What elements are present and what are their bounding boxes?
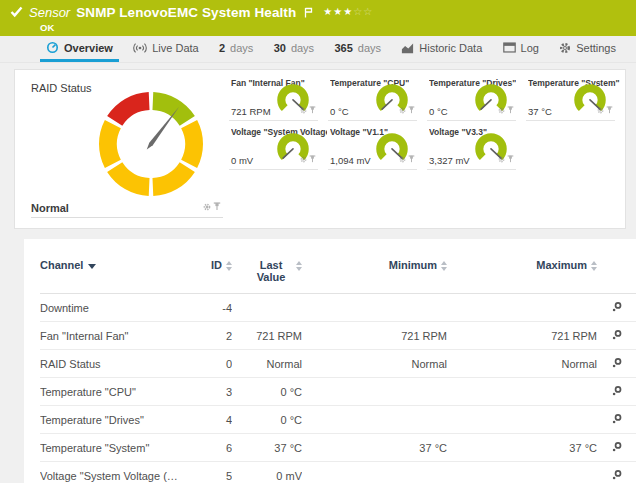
gauge-value: 0 °C xyxy=(330,106,349,117)
tab-365-days[interactable]: 365 days xyxy=(328,36,387,62)
cell-actions xyxy=(597,294,636,322)
object-kind-label: Sensor xyxy=(29,5,70,20)
cell-last-value: 721 RPM xyxy=(232,322,302,350)
table-row[interactable]: Fan "Internal Fan" 2 721 RPM 721 RPM 721… xyxy=(40,322,636,350)
table-header-row: Channel ID Last Value Minimum Maximum xyxy=(40,245,636,294)
channel-settings-icon[interactable] xyxy=(611,413,623,427)
rating-stars[interactable]: ★★★☆☆ xyxy=(323,7,373,17)
channel-gauges-grid: Fan "Internal Fan" 721 RPM Temperature "… xyxy=(229,70,625,228)
tab-bar: Overview Live Data 2 days 30 days 365 da… xyxy=(0,36,636,63)
channel-gear-icon[interactable] xyxy=(498,100,505,118)
tab-overview[interactable]: Overview xyxy=(40,36,119,62)
sort-icon xyxy=(296,261,302,271)
column-header-last-value[interactable]: Last Value xyxy=(232,245,302,294)
tab-log[interactable]: Log xyxy=(497,36,545,62)
pin-icon[interactable] xyxy=(507,100,514,118)
cell-channel[interactable]: Temperature "System" xyxy=(40,434,190,462)
tab-30-days[interactable]: 30 days xyxy=(268,36,321,62)
gauge-tile-temp-cpu[interactable]: Temperature "CPU" 0 °C xyxy=(328,75,417,121)
sort-icon xyxy=(591,261,597,271)
column-header-minimum[interactable]: Minimum xyxy=(302,245,447,294)
channel-settings-icon[interactable] xyxy=(611,469,623,483)
tab-2-days[interactable]: 2 days xyxy=(213,36,259,62)
table-row[interactable]: Temperature "CPU" 3 0 °C xyxy=(40,378,636,406)
log-icon xyxy=(503,42,516,53)
channel-settings-icon[interactable] xyxy=(611,441,623,455)
cell-minimum xyxy=(302,378,447,406)
gauge-tile-voltage-v33[interactable]: Voltage "V3.3" 3,327 mV xyxy=(427,124,516,170)
table-row[interactable]: Temperature "System" 6 37 °C 37 °C 37 °C xyxy=(40,434,636,462)
channel-gear-icon[interactable] xyxy=(498,149,505,167)
page-title: SNMP LenovoEMC System Health xyxy=(76,5,296,20)
raid-status-title: RAID Status xyxy=(31,82,92,94)
cell-last-value xyxy=(232,294,302,322)
table-row[interactable]: Downtime -4 xyxy=(40,294,636,322)
pin-icon[interactable] xyxy=(606,100,613,118)
column-header-maximum[interactable]: Maximum xyxy=(447,245,597,294)
cell-last-value: 0 °C xyxy=(232,406,302,434)
table-row[interactable]: RAID Status 0 Normal Normal Normal xyxy=(40,350,636,378)
channel-gear-icon[interactable] xyxy=(300,100,307,118)
gauge-tile-temp-system[interactable]: Temperature "System" 37 °C xyxy=(526,75,615,121)
cell-channel[interactable]: Downtime xyxy=(40,294,190,322)
pin-icon[interactable] xyxy=(408,100,415,118)
channel-settings-icon[interactable] xyxy=(611,329,623,343)
channel-settings-icon[interactable] xyxy=(611,385,623,399)
gauge-tile-temp-drives[interactable]: Temperature "Drives" 0 °C xyxy=(427,75,516,121)
raid-status-gauge xyxy=(93,86,209,202)
cell-channel[interactable]: Fan "Internal Fan" xyxy=(40,322,190,350)
cell-actions xyxy=(597,350,636,378)
channel-gear-icon[interactable] xyxy=(399,149,406,167)
cell-last-value: Normal xyxy=(232,350,302,378)
cell-maximum: 37 °C xyxy=(447,434,597,462)
channel-gear-icon[interactable] xyxy=(203,197,211,215)
pin-icon[interactable] xyxy=(309,149,316,167)
column-header-actions xyxy=(597,245,636,294)
cell-channel[interactable]: Temperature "Drives" xyxy=(40,406,190,434)
sort-icon xyxy=(226,261,232,271)
column-header-id[interactable]: ID xyxy=(190,245,232,294)
tab-settings[interactable]: Settings xyxy=(553,36,622,62)
sort-desc-icon xyxy=(88,264,96,269)
tab-historic-data[interactable]: Historic Data xyxy=(395,36,488,62)
channel-gear-icon[interactable] xyxy=(399,100,406,118)
cell-last-value: 0 °C xyxy=(232,378,302,406)
gauge-value: 1,094 mV xyxy=(330,155,371,166)
gauge-value: 0 mV xyxy=(231,155,253,166)
channels-table: Channel ID Last Value Minimum Maximum Do… xyxy=(40,245,636,483)
pin-icon[interactable] xyxy=(408,149,415,167)
cell-maximum xyxy=(447,406,597,434)
channel-gear-icon[interactable] xyxy=(597,100,604,118)
gauge-tile-fan[interactable]: Fan "Internal Fan" 721 RPM xyxy=(229,75,318,121)
cell-last-value: 0 mV xyxy=(232,462,302,483)
cell-minimum xyxy=(302,406,447,434)
cell-maximum: 721 RPM xyxy=(447,322,597,350)
channel-gear-icon[interactable] xyxy=(300,149,307,167)
live-icon xyxy=(133,42,147,54)
cell-minimum xyxy=(302,294,447,322)
column-header-channel[interactable]: Channel xyxy=(40,245,190,294)
raid-status-value: Normal xyxy=(31,202,69,214)
cell-channel[interactable]: Voltage "System Voltage (… xyxy=(40,462,190,483)
gauge-tile-voltage-system[interactable]: Voltage "System Voltage (12… 0 mV xyxy=(229,124,318,170)
table-row[interactable]: Voltage "System Voltage (… 5 0 mV xyxy=(40,462,636,483)
pin-icon[interactable] xyxy=(309,100,316,118)
channel-settings-icon[interactable] xyxy=(611,301,623,315)
table-row[interactable]: Temperature "Drives" 4 0 °C xyxy=(40,406,636,434)
cell-maximum xyxy=(447,462,597,483)
cell-id: -4 xyxy=(190,294,232,322)
cell-channel[interactable]: RAID Status xyxy=(40,350,190,378)
cell-minimum xyxy=(302,462,447,483)
pin-icon[interactable] xyxy=(507,149,514,167)
pin-icon[interactable] xyxy=(213,197,221,215)
gauge-value: 3,327 mV xyxy=(429,155,470,166)
cell-actions xyxy=(597,462,636,483)
channel-settings-icon[interactable] xyxy=(611,357,623,371)
cell-minimum: Normal xyxy=(302,350,447,378)
flag-icon[interactable] xyxy=(304,7,313,18)
cell-id: 6 xyxy=(190,434,232,462)
cell-channel[interactable]: Temperature "CPU" xyxy=(40,378,190,406)
tab-live-data[interactable]: Live Data xyxy=(127,36,204,62)
gauge-tile-voltage-v11[interactable]: Voltage "V1.1" 1,094 mV xyxy=(328,124,417,170)
sensor-header: Sensor SNMP LenovoEMC System Health ★★★☆… xyxy=(0,0,636,36)
